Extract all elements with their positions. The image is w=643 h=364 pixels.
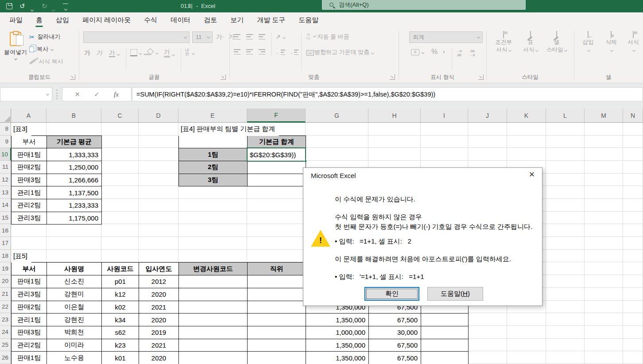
row-header-12[interactable]: 12 [0,174,11,186]
column-header-G[interactable]: G [306,108,368,123]
cell-B26[interactable]: 노수용 [46,351,102,364]
accounting-format-button[interactable]: ¤ [411,49,424,55]
undo-button[interactable]: ↺ [19,1,25,11]
cell-D21[interactable]: 2020 [139,288,179,301]
cell-E22[interactable] [178,301,248,314]
cell-B9[interactable]: 기본급 평균 [46,136,102,149]
column-header-L[interactable]: L [546,108,585,123]
column-header-K[interactable]: K [507,108,546,123]
cell-I26[interactable] [421,351,469,364]
align-left-button[interactable] [234,49,240,54]
cell-D25[interactable]: 2021 [139,339,179,352]
borders-button[interactable] [130,49,142,56]
cancel-icon[interactable]: × [75,88,80,101]
number-format-select[interactable]: 회계 [409,31,483,43]
font-color-button[interactable]: 가 [164,48,174,58]
cell-F20[interactable] [247,275,306,288]
cell-A11[interactable]: 판매2팀 [11,161,47,174]
cell-C24[interactable]: s62 [101,326,139,339]
conditional-formatting-button[interactable]: 조건부 서식 [490,31,517,54]
clipboard-dialog-launcher[interactable]: ↘ [70,74,75,80]
align-right-button[interactable] [259,49,265,54]
align-middle-button[interactable] [246,34,253,39]
column-header-M[interactable]: M [585,108,623,123]
underline-button[interactable]: 가 [109,49,120,57]
align-center-button[interactable] [246,49,253,54]
row-header-15[interactable]: 15 [0,212,11,225]
tab-home[interactable]: 홈 [29,12,49,28]
row-header-25[interactable]: 25 [0,339,11,352]
tab-review[interactable]: 검토 [197,12,224,28]
delete-cells-button[interactable]: × 삭제 [601,31,621,54]
cell-A25[interactable]: 관리2팀 [11,339,47,352]
cell-B21[interactable]: 강현미 [46,288,102,301]
font-size-select[interactable]: 11 [192,31,213,43]
save-icon[interactable] [6,3,12,9]
cell-C25[interactable]: k23 [101,339,139,352]
fill-handle[interactable] [304,160,307,163]
row-header-24[interactable]: 24 [0,326,11,339]
row-header-16[interactable]: 16 [0,224,11,237]
cell-A13[interactable]: 관리1팀 [11,186,47,199]
cell-E26[interactable] [178,351,248,364]
cell-C26[interactable]: k01 [101,351,139,364]
cell-F12[interactable] [247,174,306,187]
cell-B15[interactable]: 1,175,000 [46,212,102,225]
cell-D20[interactable]: 2012 [139,275,179,288]
cell-F26[interactable] [247,351,306,364]
cell-A24[interactable]: 판매3팀 [11,326,47,339]
format-painter-button[interactable]: 서식 복사 [29,56,63,67]
tab-help[interactable]: 도움말 [292,12,325,28]
decrease-indent-button[interactable]: ← [275,50,285,55]
cell-A9[interactable]: 부서 [11,136,47,149]
row-header-23[interactable]: 23 [0,313,11,326]
tab-view[interactable]: 보기 [224,12,250,28]
name-box[interactable] [0,87,52,101]
row-header-21[interactable]: 21 [0,288,11,301]
cell-D24[interactable]: 2019 [139,326,179,339]
cell-E19[interactable]: 변경사원코드 [178,262,248,275]
cell-A10[interactable]: 판매1팀 [11,148,47,161]
quick-access-menu-button[interactable] [63,4,68,12]
column-header-N[interactable]: N [623,108,643,123]
cell-A15[interactable]: 관리3팀 [11,212,47,225]
cell-A26[interactable]: 판매1팀 [11,351,47,364]
cell-B24[interactable]: 박희천 [46,326,102,339]
decrease-decimal-button[interactable]: .00 →0 [469,49,475,57]
redo-button[interactable]: ↻ [42,1,47,11]
column-header-B[interactable]: B [46,108,101,123]
cell-B25[interactable]: 이미라 [46,339,102,352]
cell-E12[interactable]: 3팀 [178,174,248,187]
cell-A21[interactable]: 관리3팀 [11,288,47,301]
cell-G25[interactable]: 1,350,000 [306,339,369,352]
cell-E25[interactable] [178,339,248,352]
format-as-table-button[interactable]: 표 서식 [519,31,542,54]
cell-I23[interactable] [421,313,469,326]
cell-E11[interactable]: 2팀 [178,161,248,174]
redo-menu-arrow[interactable] [52,5,55,8]
insert-cells-button[interactable]: ← 삽입 [578,31,598,54]
row-header-26[interactable]: 26 [0,351,11,364]
cell-B19[interactable]: 사원명 [46,262,102,275]
cell-I25[interactable] [421,339,469,352]
cell-F11[interactable] [247,161,306,174]
column-header-D[interactable]: D [139,108,178,123]
column-header-H[interactable]: H [368,108,421,123]
format-cells-button[interactable]: 서식 [624,31,643,54]
cell-D26[interactable]: 2020 [139,351,179,364]
cell-F23[interactable] [247,313,306,326]
cell-F10[interactable]: $G$20:$G$39)) [247,147,306,162]
cell-E20[interactable] [178,275,248,288]
cell-A22[interactable]: 판매2팀 [11,301,47,314]
cell-B13[interactable]: 1,137,500 [46,186,102,199]
row-header-17[interactable]: 17 [0,237,11,250]
tab-insert[interactable]: 삽입 [49,12,76,28]
enter-icon[interactable]: ✓ [94,90,100,98]
tab-formulas[interactable]: 수식 [137,12,164,28]
cell-A19[interactable]: 부서 [11,262,47,275]
cell-H24[interactable]: 30,000 [368,326,421,339]
row-header-10[interactable]: 10 [0,148,11,161]
merge-center-button[interactable]: ↔병합하고 가운데 맞춤 [306,49,374,56]
orientation-button[interactable]: ↗ [275,33,285,40]
cell-H23[interactable]: 67,500 [368,313,421,326]
